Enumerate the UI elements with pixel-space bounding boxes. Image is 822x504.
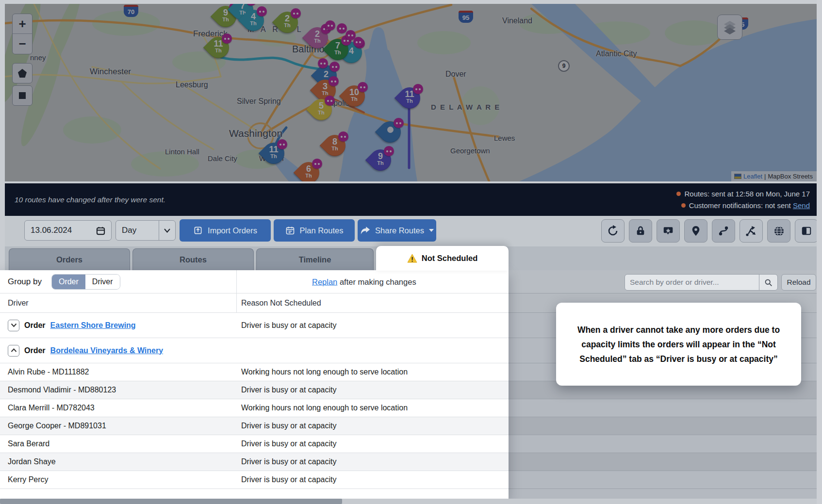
order-group-cell: OrderBordeleau Vineyards & Winery bbox=[8, 345, 163, 357]
tab-not-scheduled[interactable]: Not Scheduled bbox=[376, 246, 509, 271]
window-frame bbox=[817, 0, 822, 504]
route-icon bbox=[718, 225, 729, 237]
dimmed-row bbox=[509, 417, 817, 435]
search-icon bbox=[764, 278, 773, 287]
search-button[interactable] bbox=[759, 275, 777, 290]
order-group-row: OrderEastern Shore BrewingDriver is busy… bbox=[0, 313, 509, 338]
refresh-icon bbox=[607, 225, 619, 237]
routes-changed-banner: 10 routes have changed after they were s… bbox=[5, 183, 817, 216]
driver-name: Desmond Vladimir - MD880123 bbox=[8, 386, 116, 394]
reload-button[interactable]: Reload bbox=[781, 274, 816, 291]
reason-cell: Driver is busy or at capacity bbox=[241, 457, 337, 466]
order-link[interactable]: Bordeleau Vineyards & Winery bbox=[50, 346, 164, 355]
sidebar-layout-icon bbox=[801, 226, 812, 236]
driver-name-cell: Kerry Percy bbox=[8, 475, 49, 484]
alternate-routes-button[interactable] bbox=[740, 219, 763, 243]
calendar-icon bbox=[96, 226, 105, 235]
driver-name: Sara Berard bbox=[8, 439, 49, 448]
order-link[interactable]: Eastern Shore Brewing bbox=[50, 321, 136, 330]
chevron-down-icon bbox=[11, 323, 17, 327]
dim-overlay bbox=[5, 4, 817, 181]
split-route-icon bbox=[745, 225, 757, 237]
driver-name: Clara Merrill - MD782043 bbox=[8, 404, 95, 412]
column-divider bbox=[236, 293, 237, 312]
import-icon bbox=[193, 226, 203, 235]
table-header-row: Driver Reason Not Scheduled bbox=[0, 293, 509, 313]
column-header-driver: Driver bbox=[8, 299, 29, 308]
collapse-group-button[interactable] bbox=[8, 345, 19, 357]
reason-cell: Driver is busy or at capacity bbox=[241, 439, 337, 448]
driver-name-cell: Alvin Rube - MD111882 bbox=[8, 368, 89, 376]
refresh-button[interactable] bbox=[601, 219, 625, 243]
send-link[interactable]: Send bbox=[793, 201, 810, 210]
toggle-panel-button[interactable] bbox=[795, 219, 818, 243]
driver-row: Sara BerardDriver is busy or at capacity bbox=[0, 435, 509, 453]
driver-row: Desmond Vladimir - MD880123Driver is bus… bbox=[0, 381, 509, 399]
map[interactable]: FrederickWinchesterLeesburgSilver Spring… bbox=[5, 4, 817, 181]
driver-row: Alvin Rube - MD111882Working hours not l… bbox=[0, 363, 509, 381]
lock-routes-button[interactable] bbox=[629, 219, 652, 243]
tab-orders[interactable]: Orders bbox=[9, 248, 130, 270]
order-group-row: OrderBordeleau Vineyards & Winery bbox=[0, 338, 509, 363]
import-orders-button[interactable]: Import Orders bbox=[180, 219, 271, 242]
tab-timeline[interactable]: Timeline bbox=[256, 248, 374, 270]
column-divider bbox=[236, 270, 237, 293]
search-input[interactable]: Search by order or driver... bbox=[625, 274, 778, 291]
group-by-driver-segment[interactable]: Driver bbox=[85, 275, 120, 289]
tutorial-callout: When a driver cannot take any more order… bbox=[556, 303, 801, 386]
reason-cell: Driver is busy or at capacity bbox=[241, 422, 337, 430]
not-scheduled-panel: Group by Order Driver Replan after makin… bbox=[0, 270, 509, 499]
reason-cell: Driver is busy or at capacity bbox=[241, 321, 337, 330]
replan-link[interactable]: Replan bbox=[312, 277, 337, 286]
dimmed-row bbox=[509, 489, 817, 499]
star-bubble-icon bbox=[663, 226, 674, 236]
view-select[interactable]: Day bbox=[115, 220, 176, 241]
chevron-up-icon bbox=[11, 348, 17, 353]
order-prefix: Order bbox=[24, 321, 46, 330]
show-markers-button[interactable] bbox=[684, 219, 707, 243]
order-group-cell: OrderEastern Shore Brewing bbox=[8, 320, 136, 331]
driver-name-cell: Jordan Shaye bbox=[8, 457, 56, 466]
dimmed-row bbox=[509, 435, 817, 453]
date-value: 13.06.2024 bbox=[31, 226, 72, 235]
routes-sent-status: Routes: sent at 12:58 on Mon, June 17 bbox=[676, 188, 810, 200]
customer-notifications-status: Customer notifications: not sent Send bbox=[676, 200, 810, 211]
dimmed-row bbox=[509, 471, 817, 489]
show-routes-button[interactable] bbox=[712, 219, 735, 243]
scrollbar-thumb[interactable] bbox=[0, 499, 342, 504]
warning-icon bbox=[407, 254, 417, 263]
driver-name-cell: Desmond Vladimir - MD880123 bbox=[8, 386, 116, 394]
callout-text: When a driver cannot take any more order… bbox=[571, 323, 787, 366]
driver-name-cell: Clara Merrill - MD782043 bbox=[8, 404, 95, 412]
plan-routes-button[interactable]: Plan Routes bbox=[274, 219, 355, 242]
driver-row: Jordan ShayeDriver is busy or at capacit… bbox=[0, 453, 509, 471]
search-row: Search by order or driver... Reload bbox=[509, 270, 817, 293]
group-by-order-segment[interactable]: Order bbox=[52, 275, 85, 289]
driver-row: George Cooper - MD891031Driver is busy o… bbox=[0, 417, 509, 435]
replan-hint: Replan after making changes bbox=[312, 277, 416, 286]
tab-routes[interactable]: Routes bbox=[132, 248, 254, 270]
driver-name: Jordan Shaye bbox=[8, 457, 56, 466]
map-view-button[interactable] bbox=[767, 219, 790, 243]
map-pin-icon bbox=[691, 226, 701, 236]
reason-cell: Working hours not long enough to serve l… bbox=[241, 404, 408, 412]
group-by-toggle: Order Driver bbox=[51, 274, 120, 290]
reason-cell: Working hours not long enough to serve l… bbox=[241, 368, 408, 376]
driver-name: George Cooper - MD891031 bbox=[8, 422, 106, 430]
driver-name: Alvin Rube - MD111882 bbox=[8, 368, 89, 376]
plan-calendar-icon bbox=[285, 226, 295, 235]
share-routes-button[interactable]: Share Routes bbox=[358, 219, 436, 242]
column-header-reason: Reason Not Scheduled bbox=[241, 299, 321, 308]
driver-name-cell: George Cooper - MD891031 bbox=[8, 422, 106, 430]
date-picker[interactable]: 13.06.2024 bbox=[24, 220, 112, 241]
expand-group-button[interactable] bbox=[8, 320, 19, 331]
horizontal-scrollbar[interactable] bbox=[0, 499, 817, 504]
reason-cell: Driver is busy or at capacity bbox=[241, 475, 337, 484]
driver-row: Kerry PercyDriver is busy or at capacity bbox=[0, 471, 509, 489]
favorite-places-button[interactable] bbox=[657, 219, 680, 243]
dropdown-caret-icon bbox=[429, 229, 434, 232]
dimmed-row bbox=[509, 453, 817, 471]
driver-row: Clara Merrill - MD782043Working hours no… bbox=[0, 399, 509, 417]
group-by-label: Group by bbox=[8, 277, 42, 287]
routes-changed-message: 10 routes have changed after they were s… bbox=[15, 195, 165, 204]
